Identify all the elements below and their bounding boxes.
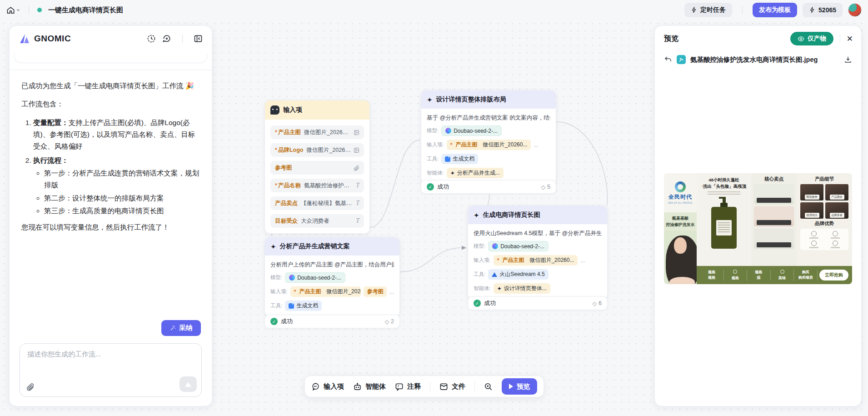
user-avatar[interactable] <box>848 3 862 17</box>
model-pill[interactable]: Doubao-seed-2-... <box>488 241 549 251</box>
attachment-icon[interactable] <box>26 383 35 391</box>
agent-pill[interactable]: ✦分析产品并生成... <box>447 168 504 178</box>
node-description: 基于 @分析产品并生成营销文案 的文案内容，结合产... <box>427 114 550 122</box>
brand-advantage-title: 品牌优势 <box>800 221 848 227</box>
selling-card <box>754 229 794 249</box>
field-product-image[interactable]: * 产品主图 微信图片_20260319... <box>270 125 364 139</box>
agent-pill[interactable]: ✦设计详情页整体... <box>494 283 550 294</box>
collapse-panel-icon[interactable] <box>194 34 203 43</box>
new-chat-icon[interactable] <box>162 34 171 43</box>
robot-icon <box>353 382 362 391</box>
gnomic-logo-icon <box>19 33 30 44</box>
status-bar-generate[interactable]: ✓ 成功 ◇6 <box>468 296 608 310</box>
brand-name-en: ERA OF ALL PEOPLE <box>668 202 692 204</box>
portrait-face <box>674 237 687 254</box>
toolbar-note-button[interactable]: 注释 <box>395 382 421 391</box>
advantage-icon <box>811 231 817 236</box>
advantage-icon <box>811 241 817 246</box>
detail-tag: 品牌承诺 <box>830 213 844 218</box>
credits-button[interactable]: 52065 <box>803 3 843 17</box>
publish-template-label: 发布为模板 <box>759 6 791 14</box>
toolbar-agent-label: 智能体 <box>365 382 386 391</box>
node-generate-image[interactable]: ✦ 生成电商详情页长图 使用火山Seedream 4.5模型，基于 @分析产品并… <box>468 205 608 300</box>
item2-label: 执行流程： <box>33 156 69 164</box>
tool-pill[interactable]: 生成文档 <box>441 154 478 164</box>
node-title: 设计详情页整体排版布局 <box>436 95 506 104</box>
status-bar-analyze[interactable]: ✓ 成功 ◇2 <box>264 315 400 328</box>
run-preview-label: 预览 <box>517 382 530 391</box>
sparkle-icon: ✦ <box>497 286 502 291</box>
field-value: 微信图片_20260319... <box>306 146 351 154</box>
publish-template-button[interactable]: 发布为模板 <box>753 3 797 17</box>
run-preview-button[interactable]: 预览 <box>502 378 537 395</box>
toolbar-inputs-button[interactable]: 输入项 <box>311 382 344 391</box>
artifact-file-row: 氨基酸控油修护洗发水电商详情页长图.jpeg <box>655 51 861 64</box>
artifact-filename[interactable]: 氨基酸控油修护洗发水电商详情页长图.jpeg <box>690 55 839 64</box>
tool-name: 生成文档 <box>453 155 474 163</box>
detail-photo: 产品调点 <box>825 184 848 200</box>
chat-panel: GNOMIC 已成功为您生成「一键生成电商详情页长图」工作流 🎉 工作流包含： … <box>9 25 212 406</box>
prompt-input[interactable] <box>20 344 201 373</box>
input-pill[interactable]: *产品主图微信图片_20260... <box>447 140 531 150</box>
brand-advantage-box <box>800 229 848 250</box>
close-icon[interactable]: ✕ <box>847 35 853 43</box>
reference-pill[interactable]: 参考图 <box>364 286 387 297</box>
inputs-label: 输入项: <box>474 257 491 264</box>
detail-photo: 品牌承诺 <box>825 202 848 219</box>
adopt-label: 采纳 <box>179 324 193 332</box>
send-arrow-icon <box>185 382 191 387</box>
node-inputs[interactable]: 输入项 * 产品主图 微信图片_20260319... * 品牌Logo 微信图… <box>264 100 370 234</box>
toolbar-file-button[interactable]: 文件 <box>439 382 465 391</box>
paperclip-icon <box>354 165 359 171</box>
node-design-layout[interactable]: ✦ 设计详情页整体排版布局 基于 @分析产品并生成营销文案 的文案内容，结合产.… <box>421 90 556 184</box>
artifact-hero-column: 48小时持久蓬松 ·洗出「头包脸」高颅顶 <box>697 173 751 266</box>
model-label: 模型: <box>270 274 282 281</box>
chat-bubble-icon <box>311 382 320 391</box>
detail-photo: 使用结法 <box>800 202 823 219</box>
field-selling-points[interactable]: 产品卖点 【蓬松秘境】氨基酸... T <box>270 196 364 210</box>
agent-name: 设计详情页整体... <box>504 285 547 292</box>
status-count: 6 <box>599 300 602 306</box>
agent-name: 分析产品并生成... <box>457 169 500 177</box>
status-bar-design[interactable]: ✓ 成功 ◇5 <box>421 180 556 194</box>
status-count: 5 <box>547 184 550 190</box>
node-analyze-copy[interactable]: ✦ 分析产品并生成营销文案 分析用户上传的产品主图 @产品主图，结合用户提供..… <box>264 237 400 317</box>
advantage-item <box>804 231 823 239</box>
field-product-name[interactable]: * 产品名称 氨基酸控油修护洗发... T <box>270 179 364 192</box>
field-reference-image[interactable]: 参考图 <box>270 161 364 175</box>
field-label: 品牌Logo <box>278 146 304 154</box>
model-pill[interactable]: Doubao-seed-2-... <box>441 125 502 136</box>
buy-now-button[interactable]: 立即抢购 <box>819 270 848 281</box>
input-pill[interactable]: *产品主图微信图片_20260... <box>290 286 361 297</box>
send-button[interactable] <box>180 376 197 392</box>
artifact-brand-column: 全民时代 ERA OF ALL PEOPLE 氨基基酸 控油修护洗发水 <box>664 173 697 284</box>
tool-pill[interactable]: 生成文档 <box>285 301 322 311</box>
toolbar-agent-button[interactable]: 智能体 <box>353 382 386 391</box>
advantage-item <box>825 241 845 248</box>
chat-intro: 已成功为您生成「一键生成电商详情页长图」工作流 🎉 <box>21 80 200 92</box>
field-brand-logo[interactable]: * 品牌Logo 微信图片_20260319... <box>270 143 364 157</box>
history-icon[interactable] <box>147 34 156 43</box>
detail-photo: 图层换色 <box>800 184 823 200</box>
model-pill[interactable]: Doubao-seed-2-... <box>285 272 345 283</box>
tool-pill[interactable]: 火山Seedream 4.5 <box>488 269 548 280</box>
artifact-image[interactable]: 全民时代 ERA OF ALL PEOPLE 氨基基酸 控油修护洗发水 48小时… <box>664 173 852 284</box>
sparkle-icon: ✦ <box>427 96 433 103</box>
home-button[interactable] <box>6 6 20 15</box>
field-target-audience[interactable]: 目标受众 大众消费者 T <box>270 214 364 228</box>
back-icon[interactable] <box>664 55 672 64</box>
workflow-title: 一键生成电商详情页长图 <box>48 6 123 15</box>
canvas-toolbar: 输入项 智能体 注释 文件 预览 <box>304 376 544 397</box>
doubao-icon <box>445 128 451 134</box>
product-details-title: 产品细节 <box>800 176 848 182</box>
divider <box>182 35 183 43</box>
text-icon: T <box>356 200 359 207</box>
bottle-body <box>711 207 737 249</box>
node-title: 分析产品并生成营销文案 <box>280 242 350 251</box>
input-pill[interactable]: *产品主图微信图片_20260... <box>494 255 578 266</box>
scheduled-task-button[interactable]: 定时任务 <box>684 3 732 17</box>
artifacts-only-toggle[interactable]: 仅产物 <box>790 32 833 45</box>
download-icon[interactable] <box>844 55 852 64</box>
zoom-search-button[interactable] <box>484 382 493 391</box>
adopt-button[interactable]: 采纳 <box>161 320 201 336</box>
